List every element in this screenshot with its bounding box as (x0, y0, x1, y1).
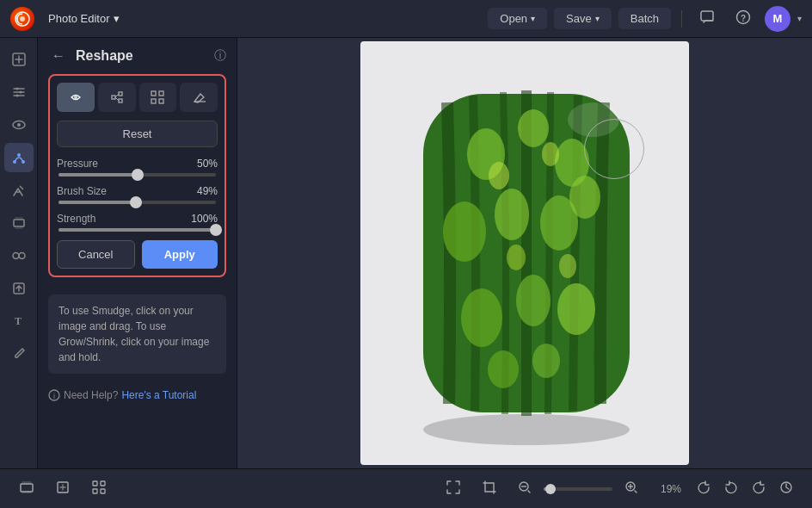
svg-point-40 (495, 189, 529, 240)
canvas-area[interactable] (237, 38, 812, 468)
sidebar-eye-button[interactable] (4, 110, 34, 139)
history-button[interactable] (774, 477, 798, 500)
grow-tool-button[interactable] (98, 83, 136, 112)
svg-rect-21 (112, 96, 115, 99)
brush-size-slider-group: Brush Size 49% (57, 185, 218, 204)
zoom-slider[interactable] (544, 487, 612, 491)
strength-label: Strength (57, 213, 95, 225)
svg-rect-23 (119, 99, 122, 102)
topbar: Photo Editor ▾ Open ▾ Save ▾ Batch ? M ▾ (0, 0, 812, 38)
svg-rect-57 (93, 489, 97, 493)
svg-point-11 (13, 160, 16, 164)
zoom-out-button[interactable] (513, 479, 537, 499)
zoom-value: 19% (650, 483, 681, 495)
reset-button[interactable]: Reset (57, 121, 218, 147)
svg-point-42 (569, 176, 600, 219)
chat-button[interactable] (692, 5, 722, 33)
svg-point-13 (17, 153, 21, 157)
app-logo (10, 7, 34, 31)
save-button[interactable]: Save ▾ (554, 8, 612, 29)
svg-point-6 (15, 88, 18, 90)
svg-point-45 (557, 283, 595, 335)
sidebar-group-button[interactable] (4, 241, 34, 270)
svg-rect-2 (701, 11, 713, 21)
svg-point-51 (559, 254, 576, 278)
svg-point-20 (74, 96, 77, 99)
sidebar-export-button[interactable] (4, 274, 34, 303)
svg-rect-58 (101, 489, 105, 493)
sidebar-retouch-button[interactable] (4, 176, 34, 205)
svg-point-47 (532, 344, 560, 378)
help-prefix: Need Help? (64, 389, 118, 401)
panel-info-button[interactable]: ⓘ (214, 48, 226, 64)
svg-point-10 (17, 123, 21, 127)
grid-button[interactable] (86, 476, 112, 501)
tool-select-container: Reset Pressure 50% Brush Size 49% (48, 74, 226, 277)
strength-slider[interactable] (58, 228, 216, 232)
svg-point-8 (15, 95, 18, 97)
zoom-controls: 19% (513, 479, 681, 499)
canvas-image-container (360, 41, 689, 465)
smudge-tool-button[interactable] (57, 83, 95, 112)
pressure-slider-group: Pressure 50% (57, 158, 218, 177)
strength-value: 100% (191, 213, 218, 225)
open-button[interactable]: Open ▾ (488, 8, 547, 29)
undo-button[interactable] (719, 477, 743, 500)
hint-text: To use Smudge, click on your image and d… (58, 305, 209, 363)
svg-point-17 (19, 253, 25, 259)
svg-point-37 (518, 109, 549, 147)
shrink-tool-button[interactable] (139, 83, 177, 112)
redo-button[interactable] (747, 477, 771, 500)
help-button[interactable]: ? (729, 5, 758, 33)
svg-point-16 (13, 253, 19, 259)
svg-point-48 (489, 162, 509, 189)
batch-button[interactable]: Batch (618, 8, 671, 29)
tutorial-link[interactable]: Here's a Tutorial (121, 389, 196, 401)
svg-line-61 (528, 491, 530, 493)
svg-text:?: ? (741, 13, 746, 22)
apply-button[interactable]: Apply (142, 240, 218, 269)
svg-rect-55 (93, 481, 97, 486)
zoom-in-button[interactable] (619, 479, 643, 499)
svg-point-34 (423, 414, 630, 445)
hint-box: To use Smudge, click on your image and d… (48, 294, 226, 374)
pressure-slider[interactable] (58, 173, 216, 177)
erase-tool-button[interactable] (180, 83, 218, 112)
sidebar-text-button[interactable]: T (4, 307, 34, 336)
watermelon-image (361, 42, 688, 464)
app-title-button[interactable]: Photo Editor ▾ (41, 9, 126, 28)
brush-size-label: Brush Size (57, 185, 107, 197)
sidebar-layer-button[interactable] (4, 208, 34, 238)
svg-point-7 (19, 91, 22, 94)
svg-line-14 (20, 186, 23, 189)
cancel-button[interactable]: Cancel (57, 240, 135, 269)
app-title-arrow-icon: ▾ (114, 12, 120, 25)
crop-button[interactable] (477, 476, 502, 501)
svg-rect-22 (119, 92, 122, 96)
sidebar-adjust-button[interactable] (4, 77, 34, 107)
svg-rect-56 (101, 481, 105, 486)
icon-sidebar: T (0, 38, 38, 468)
edit-button[interactable] (50, 476, 76, 501)
fit-button[interactable] (440, 476, 466, 501)
svg-rect-28 (151, 99, 156, 103)
refresh-button[interactable] (692, 477, 716, 500)
svg-point-44 (516, 275, 551, 326)
avatar-arrow-icon[interactable]: ▾ (797, 14, 802, 23)
sidebar-brush-button[interactable] (4, 339, 34, 369)
history-buttons (692, 477, 798, 500)
svg-point-52 (568, 102, 619, 137)
panel-back-button[interactable]: ← (48, 46, 69, 65)
avatar[interactable]: M (765, 6, 790, 32)
sidebar-reshape-button[interactable] (4, 143, 34, 172)
svg-line-65 (635, 491, 637, 493)
svg-text:T: T (15, 315, 22, 327)
app-title-label: Photo Editor (48, 12, 110, 25)
svg-point-39 (443, 201, 486, 262)
info-icon: i (48, 389, 60, 401)
sidebar-home-button[interactable] (4, 45, 34, 74)
svg-rect-26 (151, 91, 156, 96)
brush-size-slider[interactable] (58, 201, 216, 204)
layers-button[interactable] (14, 476, 40, 501)
strength-slider-group: Strength 100% (57, 213, 218, 232)
